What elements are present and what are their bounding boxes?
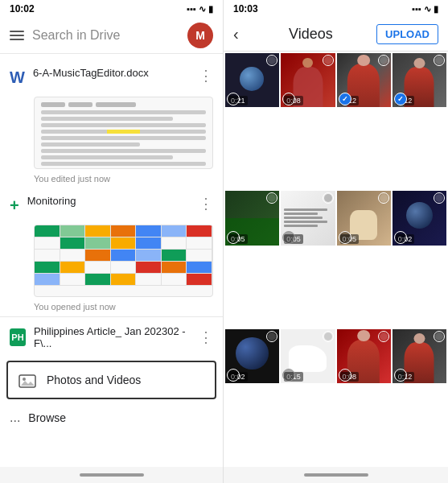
list-item[interactable]: W 6-A-MusicTagEditor.docx ⋮ [0, 60, 223, 93]
more-options-icon[interactable] [323, 192, 334, 204]
video-thumbnail[interactable]: 0:08 [337, 329, 391, 383]
right-status-bar: 10:03 ▪▪▪ ∿ ▮ [224, 0, 448, 18]
video-thumbnail[interactable]: 0:12 ✓ [337, 53, 391, 107]
right-panel: 10:03 ▪▪▪ ∿ ▮ ‹ Videos UPLOAD 0:21 0:08 [224, 0, 448, 483]
video-thumbnail[interactable]: 0:12 [393, 329, 446, 383]
hamburger-menu-icon[interactable] [10, 31, 24, 40]
more-options-icon[interactable]: ⋮ [199, 67, 213, 85]
photos-icon [18, 370, 37, 390]
file-name: Monitoring [27, 195, 191, 207]
search-bar[interactable]: Search in Drive M [0, 18, 223, 54]
video-thumbnail[interactable]: 0:02 [225, 329, 279, 383]
page-title: Videos [245, 26, 376, 43]
battery-icon: ▮ [208, 4, 213, 14]
right-time: 10:03 [233, 3, 258, 14]
video-thumbnail[interactable]: 0:02 [393, 191, 446, 245]
more-options-icon[interactable] [378, 331, 389, 342]
select-checkbox[interactable] [394, 231, 407, 244]
svg-marker-2 [21, 381, 35, 386]
select-checkbox[interactable] [339, 369, 351, 382]
more-options-icon[interactable] [266, 331, 277, 342]
video-thumbnail[interactable]: 0:05 [225, 191, 279, 245]
video-thumbnail[interactable]: 0:05 [337, 191, 391, 245]
more-options-icon[interactable] [378, 192, 389, 204]
browse-item[interactable]: ... Browse [0, 402, 223, 433]
file-status: You edited just now [0, 172, 223, 188]
more-options-icon[interactable] [434, 331, 445, 342]
photos-videos-label: Photos and Videos [47, 374, 141, 386]
file-status: You opened just now [0, 300, 223, 316]
wifi-icon: ∿ [424, 4, 431, 14]
list-item[interactable]: PH Philippines Article_ Jan 202302 - F\.… [0, 316, 223, 357]
photos-videos-item[interactable]: Photos and Videos [6, 361, 216, 399]
select-checkbox[interactable] [227, 231, 240, 244]
video-thumbnail[interactable]: 0:15 [281, 329, 335, 383]
signal-icon: ▪▪▪ [187, 4, 196, 14]
file-list: W 6-A-MusicTagEditor.docx ⋮ [0, 54, 223, 467]
select-checkbox[interactable] [339, 231, 351, 244]
select-checkbox[interactable] [394, 369, 407, 382]
sheets-icon: + [10, 196, 19, 215]
battery-icon: ▮ [434, 4, 438, 14]
doc-preview [34, 97, 213, 169]
left-status-icons: ▪▪▪ ∿ ▮ [187, 4, 213, 14]
back-button[interactable]: ‹ [233, 25, 239, 43]
sheet-preview [34, 225, 213, 297]
browse-label: Browse [28, 411, 66, 424]
file-info: 6-A-MusicTagEditor.docx [33, 67, 191, 79]
video-thumbnail[interactable]: 0:05 [281, 191, 335, 245]
video-thumbnail[interactable]: 0:12 ✓ [393, 53, 446, 107]
word-icon: W [10, 68, 25, 87]
doc-icon: PH [10, 328, 26, 346]
more-options-icon[interactable] [323, 55, 334, 66]
video-thumbnail[interactable]: 0:08 [281, 53, 335, 107]
select-checkbox[interactable] [282, 231, 295, 244]
more-options-icon[interactable]: ⋮ [199, 195, 213, 213]
signal-icon: ▪▪▪ [412, 4, 421, 14]
more-icon: ... [10, 411, 20, 425]
upload-button[interactable]: UPLOAD [376, 24, 438, 44]
select-checkbox[interactable]: ✓ [394, 93, 407, 105]
video-grid: 0:21 0:08 0:12 ✓ [224, 52, 448, 467]
left-panel: 10:02 ▪▪▪ ∿ ▮ Search in Drive M W 6-A-Mu… [0, 0, 224, 483]
file-name: 6-A-MusicTagEditor.docx [33, 67, 191, 79]
wifi-icon: ∿ [199, 4, 206, 14]
select-checkbox[interactable] [227, 369, 240, 382]
svg-point-1 [23, 378, 26, 381]
right-header: ‹ Videos UPLOAD [224, 18, 448, 52]
home-indicator [304, 473, 368, 477]
file-name: Philippines Article_ Jan 202302 - F\... [34, 325, 191, 349]
right-status-icons: ▪▪▪ ∿ ▮ [412, 4, 438, 14]
more-options-icon[interactable] [378, 55, 389, 66]
video-thumbnail[interactable]: 0:21 [225, 53, 279, 107]
left-time: 10:02 [10, 3, 35, 14]
file-info: Monitoring [27, 195, 191, 207]
right-home-bar [224, 467, 448, 483]
more-options-icon[interactable] [434, 55, 445, 66]
left-status-bar: 10:02 ▪▪▪ ∿ ▮ [0, 0, 223, 18]
list-item[interactable]: + Monitoring ⋮ [0, 188, 223, 221]
home-indicator [80, 473, 144, 477]
more-options-icon[interactable] [323, 331, 334, 342]
search-input[interactable]: Search in Drive [32, 28, 179, 43]
select-checkbox[interactable]: ✓ [339, 93, 351, 105]
left-home-bar [0, 467, 223, 483]
avatar[interactable]: M [187, 23, 213, 48]
more-options-icon[interactable]: ⋮ [199, 328, 213, 346]
